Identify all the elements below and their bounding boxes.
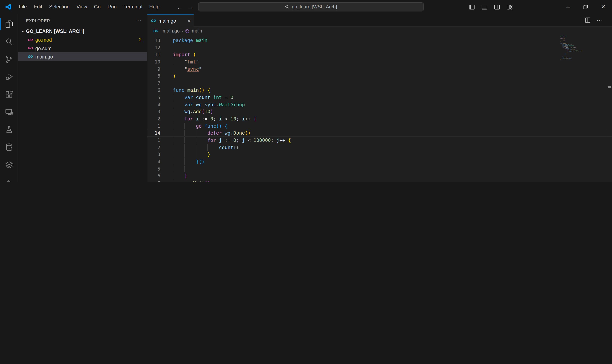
- token: 0: [233, 137, 236, 143]
- line-number: 13: [147, 37, 160, 44]
- code-line[interactable]: 6}: [147, 172, 612, 180]
- token: Done: [233, 130, 245, 136]
- menu-edit[interactable]: Edit: [30, 0, 46, 14]
- breadcrumb[interactable]: GO main.go › main: [147, 27, 612, 35]
- code-line[interactable]: 3}: [147, 151, 612, 158]
- token: (): [199, 87, 205, 93]
- line-content: wg.Add(10): [173, 108, 213, 116]
- tab-main-go[interactable]: GO main.go ×: [147, 14, 194, 27]
- toggle-sidebar-icon[interactable]: [469, 4, 475, 10]
- minimap-line: package main: [560, 36, 580, 37]
- back-arrow-icon[interactable]: ←: [177, 4, 183, 10]
- indent-guide: [208, 144, 219, 150]
- breadcrumb-symbol[interactable]: main: [192, 28, 202, 34]
- restore-button[interactable]: [577, 0, 594, 14]
- menu-help[interactable]: Help: [146, 0, 163, 14]
- code-line[interactable]: 11import (: [147, 52, 612, 58]
- token: {: [208, 87, 210, 93]
- explorer-icon[interactable]: [0, 15, 18, 33]
- toggle-secondary-sidebar-icon[interactable]: [494, 4, 500, 10]
- command-center-search[interactable]: go_learn [WSL: Arch]: [198, 2, 424, 12]
- menu-view[interactable]: View: [73, 0, 91, 14]
- forward-arrow-icon[interactable]: →: [188, 4, 194, 10]
- customize-layout-icon[interactable]: [507, 4, 513, 10]
- code-line[interactable]: 7wg.Wait(): [147, 180, 612, 182]
- testing-beaker-icon[interactable]: [0, 121, 18, 138]
- menu-terminal[interactable]: Terminal: [120, 0, 146, 14]
- code-editor[interactable]: 13package main1211import (10"fmt"9"sync"…: [147, 35, 612, 182]
- breadcrumb-separator: ›: [182, 29, 183, 33]
- line-content: var count int = 0: [173, 94, 233, 101]
- code-line[interactable]: 10"fmt": [147, 58, 612, 65]
- menu-selection[interactable]: Selection: [46, 0, 73, 14]
- code-line[interactable]: 4var wg sync.WaitGroup: [147, 101, 612, 108]
- indent-guide: [173, 116, 184, 122]
- database-icon[interactable]: [0, 138, 18, 156]
- file-item-go.mod[interactable]: GOgo.mod2: [18, 36, 147, 44]
- token: sync: [205, 102, 216, 107]
- menu-file[interactable]: File: [15, 0, 30, 14]
- editor-overview-ruler[interactable]: [607, 35, 612, 182]
- toggle-panel-icon[interactable]: [481, 4, 487, 10]
- file-item-main.go[interactable]: GOmain.go: [18, 52, 147, 61]
- code-line[interactable]: 1go func() {: [147, 123, 612, 130]
- source-control-icon[interactable]: [0, 51, 18, 68]
- code-line[interactable]: 14defer wg.Done(): [147, 130, 612, 137]
- token: {: [253, 116, 256, 122]
- minimize-button[interactable]: –: [559, 0, 577, 14]
- run-debug-icon[interactable]: [0, 68, 18, 86]
- token: {: [225, 123, 227, 129]
- layers-icon[interactable]: [0, 156, 18, 174]
- token: [202, 123, 205, 129]
- code-line[interactable]: 4}(): [147, 158, 612, 165]
- token: int: [213, 94, 222, 100]
- code-line[interactable]: 9"sync": [147, 65, 612, 73]
- remote-explorer-icon[interactable]: [0, 103, 18, 121]
- extensions-icon[interactable]: [0, 86, 18, 103]
- file-item-go.sum[interactable]: GOgo.sum: [18, 44, 147, 52]
- token: ": [184, 66, 187, 72]
- code-line[interactable]: 5var count int = 0: [147, 94, 612, 101]
- line-number: 4: [147, 101, 160, 108]
- editor-more-actions-icon[interactable]: ⋯: [597, 17, 602, 23]
- token: func: [205, 123, 216, 129]
- code-line[interactable]: 13package main: [147, 37, 612, 44]
- split-editor-icon[interactable]: [585, 17, 591, 23]
- code-line[interactable]: 3wg.Add(10): [147, 108, 612, 116]
- go-file-icon: GO: [153, 29, 158, 33]
- code-line[interactable]: 7: [147, 80, 612, 87]
- menu-go[interactable]: Go: [91, 0, 104, 14]
- token: wg: [196, 102, 201, 107]
- go-file-icon: GO: [28, 55, 32, 58]
- code-line[interactable]: 5: [147, 165, 612, 172]
- breadcrumb-file[interactable]: main.go: [162, 28, 180, 34]
- code-line[interactable]: 1for j := 0; j < 100000; j++ {: [147, 137, 612, 144]
- line-number: 8: [147, 73, 160, 80]
- token: main: [187, 87, 199, 93]
- search-sidebar-icon[interactable]: [0, 33, 18, 51]
- sidebar-more-actions-icon[interactable]: ⋯: [136, 17, 142, 24]
- menu-run[interactable]: Run: [104, 0, 120, 14]
- token: i: [196, 116, 199, 122]
- tab-close-icon[interactable]: ×: [187, 18, 190, 24]
- token: [184, 87, 187, 93]
- indent-guide: [184, 123, 196, 129]
- token: func: [173, 87, 184, 93]
- line-content: package main: [173, 37, 208, 44]
- token: j: [219, 137, 222, 143]
- code-line[interactable]: 2count++: [147, 144, 612, 151]
- vscode-logo-icon[interactable]: [5, 4, 12, 10]
- workspace-root-folder[interactable]: › GO_LEARN [WSL: ARCH]: [18, 27, 147, 36]
- code-line[interactable]: 2for i := 0; i < 10; i++ {: [147, 116, 612, 123]
- token: ": [196, 59, 199, 65]
- token: {: [288, 137, 291, 143]
- code-line[interactable]: 12: [147, 44, 612, 51]
- code-line[interactable]: 6func main() {: [147, 87, 612, 94]
- editor-group: GO main.go × ⋯ GO main.go › main 13packa…: [147, 14, 612, 182]
- code-line[interactable]: 8): [147, 73, 612, 80]
- token: defer: [208, 130, 222, 136]
- close-window-button[interactable]: ×: [594, 0, 612, 14]
- docker-icon[interactable]: [0, 174, 18, 182]
- line-content: go func() {: [173, 123, 227, 130]
- line-content: count++: [173, 144, 239, 151]
